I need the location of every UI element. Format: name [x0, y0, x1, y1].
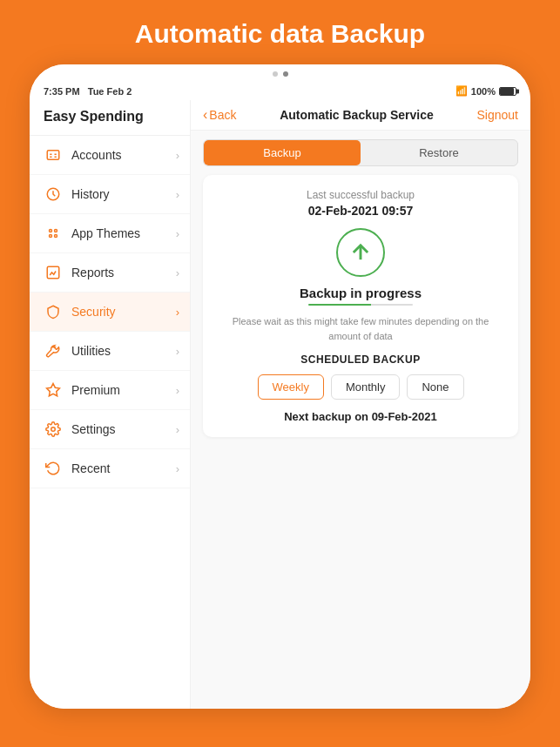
sidebar-recent-label: Recent — [71, 461, 176, 475]
dot-1 — [273, 71, 278, 77]
sidebar-item-accounts[interactable]: Accounts › — [30, 136, 190, 175]
schedule-options: Weekly Monthly None — [217, 374, 504, 400]
history-icon — [44, 185, 63, 204]
backup-progress-bar — [308, 304, 413, 306]
accounts-icon — [44, 145, 63, 165]
last-backup-label: Last successful backup — [217, 189, 504, 201]
status-bar: 7:35 PM Tue Feb 2 📶 100% — [30, 80, 530, 100]
page-header: Automatic data Backup — [0, 0, 560, 64]
sidebar-item-premium[interactable]: Premium › — [30, 371, 190, 410]
sidebar-item-app-themes[interactable]: App Themes › — [30, 214, 190, 253]
nav-title: Automatic Backup Service — [280, 108, 434, 122]
themes-chevron: › — [176, 227, 179, 240]
svg-rect-6 — [47, 266, 59, 279]
app-body: Easy Spending Accounts › History › — [30, 100, 530, 709]
sidebar-settings-label: Settings — [71, 422, 176, 436]
settings-icon — [44, 420, 63, 439]
svg-point-5 — [55, 235, 57, 238]
reports-icon — [44, 263, 63, 282]
schedule-none-button[interactable]: None — [407, 374, 463, 400]
top-nav: ‹ Back Automatic Backup Service Signout — [191, 100, 530, 131]
last-backup-date: 02-Feb-2021 09:57 — [217, 204, 504, 218]
upload-icon-circle — [336, 228, 385, 277]
battery-text: 100% — [471, 86, 496, 97]
next-backup-text: Next backup on 09-Feb-2021 — [217, 410, 504, 423]
themes-icon — [44, 224, 63, 243]
sidebar-reports-label: Reports — [71, 266, 176, 279]
backup-card: Last successful backup 02-Feb-2021 09:57… — [203, 175, 518, 437]
tab-bar: Backup Restore — [203, 139, 518, 166]
recent-chevron: › — [176, 462, 179, 475]
sidebar-accounts-label: Accounts — [71, 148, 176, 162]
reports-chevron: › — [176, 266, 179, 279]
back-button[interactable]: ‹ Back — [203, 107, 236, 123]
sidebar-history-label: History — [71, 187, 176, 201]
svg-marker-7 — [47, 384, 60, 396]
status-right: 📶 100% — [455, 85, 516, 97]
sidebar-item-utilities[interactable]: Utilities › — [30, 332, 190, 371]
history-chevron: › — [176, 188, 179, 201]
settings-chevron: › — [176, 423, 179, 436]
sidebar: Easy Spending Accounts › History › — [30, 100, 191, 709]
utilities-chevron: › — [176, 345, 179, 358]
device-frame: 7:35 PM Tue Feb 2 📶 100% Easy Spending A… — [30, 64, 530, 709]
security-icon — [44, 302, 63, 321]
recent-icon — [44, 459, 63, 478]
premium-chevron: › — [176, 384, 179, 397]
back-chevron-icon: ‹ — [203, 107, 207, 123]
schedule-monthly-button[interactable]: Monthly — [331, 374, 401, 400]
back-label: Back — [209, 108, 236, 122]
svg-point-8 — [51, 427, 56, 432]
signout-button[interactable]: Signout — [477, 108, 518, 122]
sidebar-premium-label: Premium — [71, 383, 176, 397]
device-dots — [30, 64, 530, 80]
battery-icon — [499, 87, 516, 96]
sidebar-app-name: Easy Spending — [30, 100, 190, 136]
main-content: ‹ Back Automatic Backup Service Signout … — [191, 100, 530, 709]
backup-status-text: Backup in progress — [217, 286, 504, 300]
last-backup-section: Last successful backup 02-Feb-2021 09:57 — [217, 189, 504, 218]
svg-point-4 — [50, 235, 52, 238]
sidebar-item-history[interactable]: History › — [30, 175, 190, 214]
tab-restore[interactable]: Restore — [361, 140, 517, 165]
tab-backup[interactable]: Backup — [204, 140, 361, 165]
accounts-chevron: › — [176, 149, 179, 162]
svg-point-2 — [50, 230, 52, 232]
sidebar-item-settings[interactable]: Settings › — [30, 410, 190, 449]
dot-2 — [283, 71, 288, 77]
sidebar-item-security[interactable]: Security › — [30, 293, 190, 332]
schedule-weekly-button[interactable]: Weekly — [258, 374, 324, 400]
scheduled-backup-label: SCHEDULED BACKUP — [217, 353, 504, 366]
sidebar-security-label: Security — [71, 305, 176, 319]
sidebar-utilities-label: Utilities — [71, 344, 176, 358]
backup-note: Please wait as this might take few minut… — [217, 314, 504, 343]
sidebar-item-recent[interactable]: Recent › — [30, 449, 190, 488]
svg-point-3 — [55, 230, 57, 232]
utilities-icon — [44, 341, 63, 360]
svg-rect-0 — [47, 151, 59, 160]
page-title: Automatic data Backup — [17, 19, 543, 49]
upload-icon — [348, 240, 373, 265]
premium-icon — [44, 380, 63, 400]
sidebar-item-reports[interactable]: Reports › — [30, 253, 190, 293]
sidebar-themes-label: App Themes — [71, 226, 176, 240]
status-time: 7:35 PM Tue Feb 2 — [44, 86, 132, 97]
security-chevron: › — [176, 306, 179, 319]
wifi-icon: 📶 — [455, 85, 468, 97]
